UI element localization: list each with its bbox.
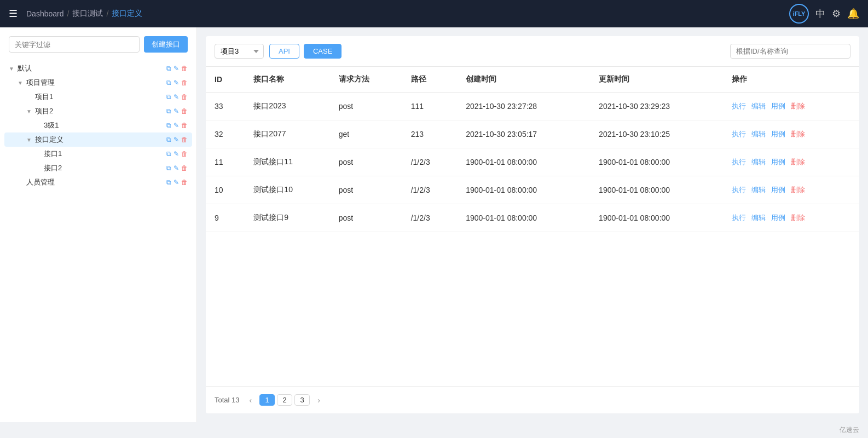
edit-icon[interactable]: ✎	[173, 178, 179, 186]
menu-icon[interactable]: ☰	[9, 8, 18, 20]
action-用例[interactable]: 用例	[771, 214, 785, 222]
breadcrumb-dashboard[interactable]: Dashboard	[26, 9, 64, 18]
tree-icon-group: ⧉✎🗑	[166, 79, 188, 87]
action-执行[interactable]: 执行	[732, 158, 746, 166]
cell-name: 测试接口10	[245, 176, 329, 204]
notification-icon[interactable]: 🔔	[847, 8, 859, 20]
action-编辑[interactable]: 编辑	[751, 158, 766, 166]
copy-icon[interactable]: ⧉	[166, 107, 171, 115]
tree-item-proj2[interactable]: ▼项目2⧉✎🗑	[4, 104, 192, 118]
col-请求方法: 请求方法	[330, 67, 402, 93]
action-编辑[interactable]: 编辑	[751, 130, 766, 138]
create-api-button[interactable]: 创建接口	[144, 36, 188, 53]
copy-icon[interactable]: ⧉	[166, 65, 171, 72]
edit-icon[interactable]: ✎	[173, 136, 179, 143]
cell-id: 9	[206, 204, 245, 232]
tree-item-api2[interactable]: 接口2⧉✎🗑	[4, 161, 192, 175]
tree-label: 人员管理	[26, 177, 164, 187]
action-用例[interactable]: 用例	[771, 102, 785, 110]
edit-icon[interactable]: ✎	[173, 122, 179, 129]
action-执行[interactable]: 执行	[732, 130, 746, 138]
action-编辑[interactable]: 编辑	[751, 102, 766, 110]
ifly-logo[interactable]: iFLY	[789, 4, 809, 24]
settings-icon[interactable]: ⚙	[832, 8, 841, 20]
tree-item-proj-mgmt[interactable]: ▼项目管理⧉✎🗑	[4, 76, 192, 90]
action-执行[interactable]: 执行	[732, 102, 746, 110]
cell-name: 测试接口9	[245, 204, 329, 232]
breadcrumb-interface-test[interactable]: 接口测试	[72, 9, 103, 19]
filter-input[interactable]	[9, 36, 140, 53]
lang-icon[interactable]: 中	[815, 7, 825, 20]
tree-label: 接口2	[44, 163, 164, 173]
delete-icon[interactable]: 🗑	[181, 136, 188, 143]
delete-icon[interactable]: 🗑	[181, 65, 188, 72]
action-编辑[interactable]: 编辑	[751, 214, 766, 222]
sidebar-toolbar: 创建接口	[0, 36, 196, 61]
edit-icon[interactable]: ✎	[173, 150, 179, 158]
pagination-prev[interactable]: ‹	[246, 395, 256, 406]
table-row: 32接口2077get2132021-10-30 23:05:172021-10…	[206, 120, 859, 148]
sidebar: 创建接口 ▼默认⧉✎🗑▼项目管理⧉✎🗑项目1⧉✎🗑▼项目2⧉✎🗑3级1⧉✎🗑▼接…	[0, 27, 197, 422]
action-删除[interactable]: 删除	[791, 186, 805, 194]
delete-icon[interactable]: 🗑	[181, 150, 188, 158]
pagination-next[interactable]: ›	[314, 395, 323, 406]
page-btn-2[interactable]: 2	[277, 394, 292, 406]
delete-icon[interactable]: 🗑	[181, 79, 188, 87]
action-用例[interactable]: 用例	[771, 186, 785, 194]
action-删除[interactable]: 删除	[791, 130, 805, 138]
tree-label: 默认	[18, 64, 164, 73]
edit-icon[interactable]: ✎	[173, 93, 179, 101]
copy-icon[interactable]: ⧉	[166, 122, 171, 129]
cell-method: get	[330, 120, 402, 148]
copy-icon[interactable]: ⧉	[166, 79, 171, 87]
cell-updated: 1900-01-01 08:00:00	[590, 148, 723, 176]
search-right	[730, 44, 850, 59]
copy-icon[interactable]: ⧉	[166, 178, 171, 186]
tree-label: 接口定义	[35, 135, 164, 145]
delete-icon[interactable]: 🗑	[181, 164, 188, 172]
edit-icon[interactable]: ✎	[173, 107, 179, 115]
tree-toggle: ▼	[26, 137, 33, 143]
copy-icon[interactable]: ⧉	[166, 150, 171, 158]
search-input[interactable]	[730, 44, 850, 59]
tree-item-people-mgmt[interactable]: 人员管理⧉✎🗑	[4, 175, 192, 189]
action-执行[interactable]: 执行	[732, 214, 746, 222]
tab-case[interactable]: CASE	[304, 44, 342, 59]
tree-toggle: ▼	[18, 80, 24, 86]
delete-icon[interactable]: 🗑	[181, 122, 188, 129]
delete-icon[interactable]: 🗑	[181, 93, 188, 101]
action-执行[interactable]: 执行	[732, 186, 746, 194]
tree-item-proj1[interactable]: 项目1⧉✎🗑	[4, 90, 192, 104]
tree-item-api1[interactable]: 接口1⧉✎🗑	[4, 147, 192, 161]
copy-icon[interactable]: ⧉	[166, 164, 171, 172]
page-btn-1[interactable]: 1	[259, 394, 275, 406]
tab-api[interactable]: API	[269, 44, 299, 59]
tree-item-default[interactable]: ▼默认⧉✎🗑	[4, 61, 192, 76]
breadcrumb-sep-1: /	[67, 9, 70, 18]
action-删除[interactable]: 删除	[791, 102, 805, 110]
cell-created: 1900-01-01 08:00:00	[457, 148, 590, 176]
tree-icon-group: ⧉✎🗑	[166, 107, 188, 115]
cell-created: 2021-10-30 23:27:28	[457, 93, 590, 120]
tree-label: 项目1	[35, 92, 164, 102]
action-删除[interactable]: 删除	[791, 158, 805, 166]
action-用例[interactable]: 用例	[771, 158, 785, 166]
delete-icon[interactable]: 🗑	[181, 107, 188, 115]
edit-icon[interactable]: ✎	[173, 164, 179, 172]
copy-icon[interactable]: ⧉	[166, 136, 171, 143]
action-用例[interactable]: 用例	[771, 130, 785, 138]
cell-actions: 执行编辑用例删除	[723, 176, 859, 204]
action-编辑[interactable]: 编辑	[751, 186, 766, 194]
project-select[interactable]: 项目3项目1项目2	[215, 44, 264, 59]
tabs-container: APICASE	[269, 44, 342, 59]
delete-icon[interactable]: 🗑	[181, 178, 188, 186]
action-删除[interactable]: 删除	[791, 214, 805, 222]
copy-icon[interactable]: ⧉	[166, 93, 171, 101]
tree-icon-group: ⧉✎🗑	[166, 65, 188, 72]
edit-icon[interactable]: ✎	[173, 65, 179, 72]
page-btn-3[interactable]: 3	[294, 394, 310, 406]
table-row: 10测试接口10post/1/2/31900-01-01 08:00:00190…	[206, 176, 859, 204]
edit-icon[interactable]: ✎	[173, 79, 179, 87]
tree-item-api-def[interactable]: ▼接口定义⧉✎🗑	[4, 132, 192, 147]
tree-item-level3-1[interactable]: 3级1⧉✎🗑	[4, 118, 192, 132]
